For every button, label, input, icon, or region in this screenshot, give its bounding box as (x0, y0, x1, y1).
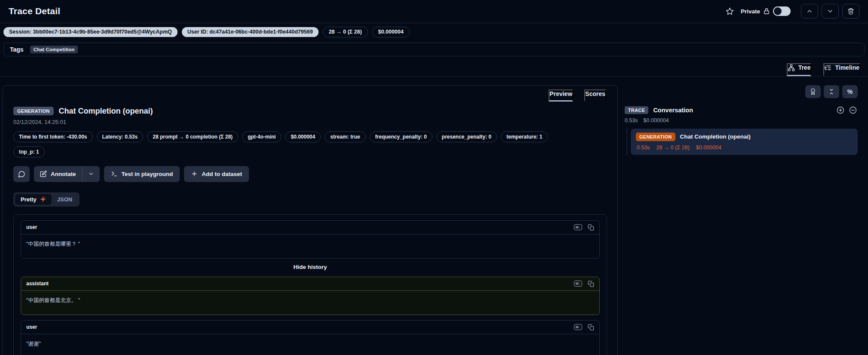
metric-badge-ttft: Time to first token: -430.00s (13, 131, 93, 142)
generation-badge: GENERATION (636, 133, 675, 141)
message-circle-icon (18, 170, 25, 178)
topbar: Trace Detail Private (0, 0, 868, 23)
observation-timestamp: 02/12/2024, 14:25:01 (13, 119, 607, 125)
trace-id-badges: Session: 3bb00ec7-1b13-4c9b-85ee-3d9d70f… (0, 23, 868, 41)
content-area: Preview Scores GENERATION Chat Completio… (0, 77, 868, 355)
privacy-label: Private (741, 8, 760, 15)
generation-latency: 0.53s (637, 145, 650, 151)
message-header: user M↓ (21, 221, 599, 235)
award-icon (810, 88, 816, 95)
message-content: "谢谢" (21, 334, 599, 355)
panel-tabs: Preview Scores (3, 86, 617, 102)
tags-row: Tags Chat Competition (3, 43, 865, 56)
add-to-dataset-button[interactable]: Add to dataset (184, 166, 249, 182)
delete-trace-button[interactable] (842, 4, 859, 19)
markdown-toggle-icon[interactable]: M↓ (574, 324, 582, 330)
metric-badge-presence-penalty: presence_penalty: 0 (436, 131, 497, 142)
format-toggle: Pretty JSON (13, 192, 80, 207)
lock-icon (763, 8, 770, 15)
message-header-icons: M↓ (574, 281, 594, 287)
generation-row-stats: 0.53s 28 → 0 (Σ 28) $0.000004 (636, 145, 853, 151)
session-badge[interactable]: Session: 3bb00ec7-1b13-4c9b-85ee-3d9d70f… (3, 27, 178, 37)
markdown-toggle-icon[interactable]: M↓ (574, 281, 582, 287)
tags-label: Tags (10, 46, 24, 53)
pretty-segment[interactable]: Pretty (15, 194, 52, 205)
trace-stats: 0.53s $0.000004 (624, 117, 858, 123)
trace-tree-panel: % TRACE Conversation (624, 85, 863, 155)
plus-icon (191, 170, 198, 177)
sparkles-icon (40, 196, 46, 202)
message-card-user-2: user M↓ "谢谢" (21, 320, 600, 355)
panel-body: GENERATION Chat Completion (openai) 02/1… (3, 102, 617, 355)
tree-icon (788, 64, 795, 71)
message-header: assistant M↓ (21, 277, 599, 291)
json-segment[interactable]: JSON (52, 194, 78, 205)
pretty-label: Pretty (21, 196, 37, 203)
expand-all-button[interactable] (837, 106, 844, 114)
message-content: "中国的首都是哪里？ " (21, 235, 599, 258)
terminal-icon (111, 170, 118, 177)
bookmark-star-button[interactable] (726, 7, 734, 15)
trace-type-badge: TRACE (625, 106, 648, 114)
trace-cost: $0.000004 (644, 117, 669, 123)
metric-badge-tokens: 28 prompt → 0 completion (Σ 28) (147, 131, 238, 142)
generation-tokens: 28 → 0 (Σ 28) (656, 145, 690, 151)
metric-badge-cost: $0.000004 (285, 131, 321, 142)
circle-minus-icon (849, 106, 857, 114)
metric-badge-top-p: top_p: 1 (13, 146, 45, 157)
generation-title: Chat Completion (openai) (680, 133, 751, 140)
tree-expand-controls (837, 106, 857, 114)
collapse-all-button[interactable] (824, 85, 839, 98)
tab-tree[interactable]: Tree (787, 63, 812, 76)
chevron-up-icon (806, 8, 813, 15)
tab-scores[interactable]: Scores (584, 90, 606, 102)
comments-button[interactable] (13, 166, 30, 182)
annotate-split-button: Annotate (34, 166, 100, 182)
observation-title: Chat Completion (openai) (59, 107, 153, 116)
privacy-toggle[interactable] (773, 6, 791, 16)
message-role: assistant (26, 281, 49, 287)
metric-badge-model[interactable]: gpt-4o-mini (242, 131, 281, 142)
star-icon (726, 7, 734, 15)
timeline-icon (824, 64, 831, 71)
copy-icon[interactable] (588, 324, 594, 330)
token-usage-badge: 28 → 0 (Σ 28) (323, 27, 368, 37)
trace-latency: 0.53s (625, 117, 638, 123)
tab-preview[interactable]: Preview (549, 90, 573, 102)
markdown-toggle-icon[interactable]: M↓ (574, 224, 582, 231)
prev-trace-button[interactable] (801, 4, 818, 19)
tab-timeline-label: Timeline (835, 64, 859, 71)
generation-tree-row[interactable]: GENERATION Chat Completion (openai) 0.53… (631, 129, 858, 155)
tag-chip[interactable]: Chat Competition (30, 46, 78, 53)
generation-cost: $0.000004 (696, 145, 721, 151)
message-header: user M↓ (21, 321, 599, 334)
tab-timeline[interactable]: Timeline (823, 63, 860, 76)
annotate-dropdown-button[interactable] (83, 166, 100, 182)
scores-toggle-button[interactable] (805, 85, 821, 98)
tree-children: GENERATION Chat Completion (openai) 0.53… (624, 129, 858, 155)
observation-panel: Preview Scores GENERATION Chat Completio… (3, 85, 618, 355)
trace-title: Conversation (653, 107, 693, 114)
metrics-toggle-button[interactable]: % (842, 85, 858, 98)
collapse-tree-button[interactable] (849, 106, 857, 114)
next-trace-button[interactable] (822, 4, 839, 19)
copy-icon[interactable] (588, 224, 594, 231)
trace-root-row[interactable]: TRACE Conversation (624, 106, 858, 114)
hide-history-button[interactable]: Hide history (21, 264, 600, 270)
message-card-assistant: assistant M↓ "中国的首都是北京。 " (21, 277, 600, 315)
message-role: user (26, 324, 37, 330)
percent-icon: % (847, 88, 853, 95)
actions-row: Annotate Test in playground (13, 166, 607, 182)
copy-icon[interactable] (588, 281, 594, 287)
metric-badge-temperature: temperature: 1 (501, 131, 548, 142)
playground-button[interactable]: Test in playground (104, 166, 180, 182)
annotate-label: Annotate (51, 171, 76, 177)
message-card-user-1: user M↓ "中国的首都是哪里？ " (21, 220, 600, 259)
observation-header: GENERATION Chat Completion (openai) (13, 107, 607, 116)
trash-icon (847, 8, 854, 15)
metric-badge-stream: stream: true (325, 131, 365, 142)
annotate-button[interactable]: Annotate (34, 166, 82, 182)
user-id-badge[interactable]: User ID: dc47a41e-06bc-400d-bde1-f0e440d… (182, 27, 319, 37)
toggle-knob (774, 7, 782, 15)
playground-label: Test in playground (122, 171, 173, 177)
